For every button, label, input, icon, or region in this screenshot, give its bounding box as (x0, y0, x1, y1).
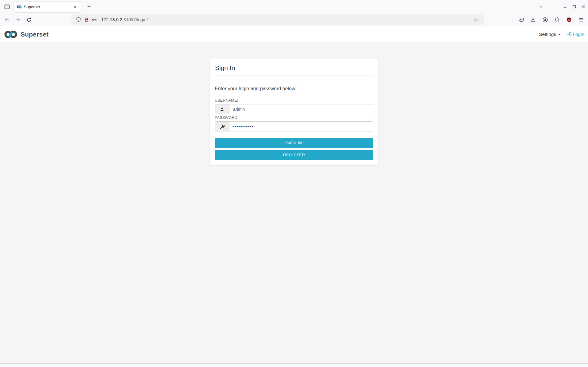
password-addon (215, 121, 229, 131)
forward-arrow-icon (15, 17, 21, 22)
register-button[interactable]: REGISTER (215, 150, 373, 160)
browser-chrome: Superset × + (0, 0, 588, 26)
username-input-group (215, 104, 373, 114)
bookmark-star-icon[interactable]: ☆ (472, 17, 480, 23)
page-background: Sign In Enter your login and password be… (0, 42, 588, 363)
tab-strip: Superset × + (0, 0, 588, 14)
password-input-group (215, 121, 373, 131)
sign-in-panel: Sign In Enter your login and password be… (210, 59, 378, 165)
username-addon (215, 104, 229, 114)
url-bar[interactable]: 172.18.0.2:31037/login/ ☆ (71, 14, 484, 25)
back-arrow-icon (4, 17, 10, 22)
shield-permissions-icon[interactable] (75, 16, 83, 24)
password-input[interactable] (229, 121, 373, 131)
minimize-icon (563, 5, 567, 9)
puzzle-piece-icon (554, 17, 560, 23)
reload-button[interactable] (24, 15, 33, 24)
window-restore-button[interactable] (570, 2, 579, 11)
account-icon (542, 17, 548, 23)
superset-navbar: Superset Settings Login (0, 26, 588, 42)
login-label: Login (573, 32, 584, 37)
menu-button[interactable] (576, 15, 586, 24)
tab-favicon-superset-icon (17, 5, 22, 9)
window-minimize-button[interactable] (560, 2, 570, 11)
firefox-view-icon (4, 4, 10, 10)
hamburger-menu-icon (578, 17, 584, 22)
username-label: USERNAME: (215, 98, 373, 103)
list-all-tabs-button[interactable] (536, 2, 546, 11)
panel-title: Sign In (215, 64, 373, 72)
tab-title: Superset (24, 5, 72, 9)
user-icon (220, 107, 225, 112)
ublock-shield-icon: uO (566, 17, 572, 23)
svg-text:uO: uO (568, 18, 571, 21)
downloads-button[interactable] (528, 15, 538, 24)
browser-toolbar: 172.18.0.2:31037/login/ ☆ (0, 14, 588, 26)
ublock-origin-button[interactable]: uO (564, 15, 574, 24)
panel-divider (215, 76, 373, 76)
download-icon (530, 17, 536, 23)
sign-in-button[interactable]: SIGN IN (215, 138, 373, 148)
password-label: PASSWORD: (215, 115, 373, 120)
sign-in-arrow-icon (567, 32, 572, 37)
chevron-down-icon (539, 5, 543, 9)
settings-caret-icon (558, 34, 561, 35)
forward-button[interactable] (13, 15, 22, 24)
page-footer-strip (0, 363, 588, 367)
pocket-icon (518, 17, 524, 23)
key-icon (220, 124, 225, 129)
account-button[interactable] (540, 15, 550, 24)
sign-in-instruction: Enter your login and password below: (215, 86, 373, 92)
navbar-right: Settings Login (539, 32, 585, 37)
superset-brand[interactable]: Superset (4, 30, 48, 39)
firefox-view-button[interactable] (2, 2, 12, 11)
login-link[interactable]: Login (567, 32, 584, 37)
superset-logo-icon (4, 30, 18, 39)
brand-title: Superset (21, 31, 48, 38)
tab-close-icon[interactable]: × (72, 4, 79, 10)
url-text[interactable]: 172.18.0.2:31037/login/ (101, 17, 472, 22)
reload-icon (26, 17, 32, 22)
window-close-button[interactable] (579, 2, 588, 11)
close-icon (581, 5, 586, 9)
insecure-lock-icon[interactable] (83, 16, 90, 24)
pocket-button[interactable] (517, 15, 526, 24)
settings-dropdown[interactable]: Settings (539, 32, 561, 37)
username-input[interactable] (229, 104, 373, 114)
window-controls (536, 0, 588, 14)
extensions-button[interactable] (552, 15, 562, 24)
back-button[interactable] (2, 15, 12, 24)
new-tab-button[interactable]: + (85, 2, 93, 11)
settings-label: Settings (539, 32, 556, 37)
saved-login-key-icon[interactable] (90, 16, 98, 24)
toolbar-extensions-area: uO (517, 14, 586, 25)
browser-tab-superset[interactable]: Superset × (13, 2, 81, 12)
restore-icon (572, 5, 576, 9)
url-host: 172.18.0.2 (101, 17, 122, 22)
url-path: :31037/login/ (122, 17, 148, 22)
